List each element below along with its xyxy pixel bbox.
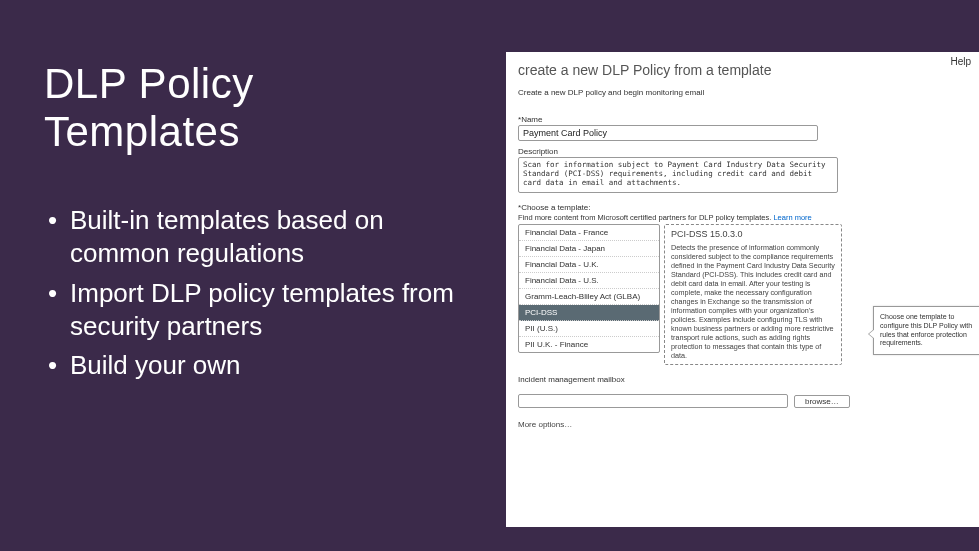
slide-bullets: Built-in templates based on common regul…	[44, 204, 458, 382]
learn-more-link[interactable]: Learn more	[773, 213, 811, 222]
name-input[interactable]	[518, 125, 818, 141]
template-item[interactable]: Financial Data - Japan	[519, 241, 659, 257]
template-detail-body: Detects the presence of information comm…	[671, 243, 835, 360]
template-item-selected[interactable]: PCI-DSS	[519, 305, 659, 321]
description-input[interactable]	[518, 157, 838, 193]
bullet-item: Build your own	[44, 349, 458, 382]
callout-text: Choose one template to configure this DL…	[880, 313, 972, 346]
template-list[interactable]: Financial Data - France Financial Data -…	[518, 224, 660, 353]
choose-template-label: Choose a template:	[518, 203, 963, 212]
slide-title: DLP Policy Templates	[44, 60, 458, 156]
more-options-link[interactable]: More options…	[518, 420, 963, 429]
template-item[interactable]: Financial Data - U.K.	[519, 257, 659, 273]
template-item[interactable]: Financial Data - France	[519, 225, 659, 241]
name-label: Name	[518, 115, 963, 124]
description-label: Description	[518, 147, 963, 156]
callout-tooltip: Choose one template to configure this DL…	[873, 306, 979, 355]
template-detail-title: PCI-DSS 15.0.3.0	[671, 229, 835, 240]
help-link[interactable]: Help	[950, 56, 971, 67]
template-item[interactable]: PII (U.S.)	[519, 321, 659, 337]
browse-button[interactable]: browse…	[794, 395, 850, 408]
mailbox-input[interactable]	[518, 394, 788, 408]
page-title: create a new DLP Policy from a template	[518, 62, 963, 78]
bullet-item: Built-in templates based on common regul…	[44, 204, 458, 271]
dlp-app-window: Help create a new DLP Policy from a temp…	[506, 52, 979, 527]
template-item[interactable]: Gramm-Leach-Bliley Act (GLBA)	[519, 289, 659, 305]
template-item[interactable]: Financial Data - U.S.	[519, 273, 659, 289]
learn-text: Find more content from Microsoft certifi…	[518, 213, 771, 222]
slide-left-panel: DLP Policy Templates Built-in templates …	[0, 0, 488, 551]
template-detail-panel: PCI-DSS 15.0.3.0 Detects the presence of…	[664, 224, 842, 365]
learn-more-line: Find more content from Microsoft certifi…	[518, 213, 963, 222]
slide-right-panel: Help create a new DLP Policy from a temp…	[488, 0, 979, 551]
template-item[interactable]: PII U.K. - Finance	[519, 337, 659, 352]
bullet-item: Import DLP policy templates from securit…	[44, 277, 458, 344]
page-subtitle: Create a new DLP policy and begin monito…	[518, 88, 963, 97]
mailbox-label: Incident management mailbox	[518, 375, 963, 384]
